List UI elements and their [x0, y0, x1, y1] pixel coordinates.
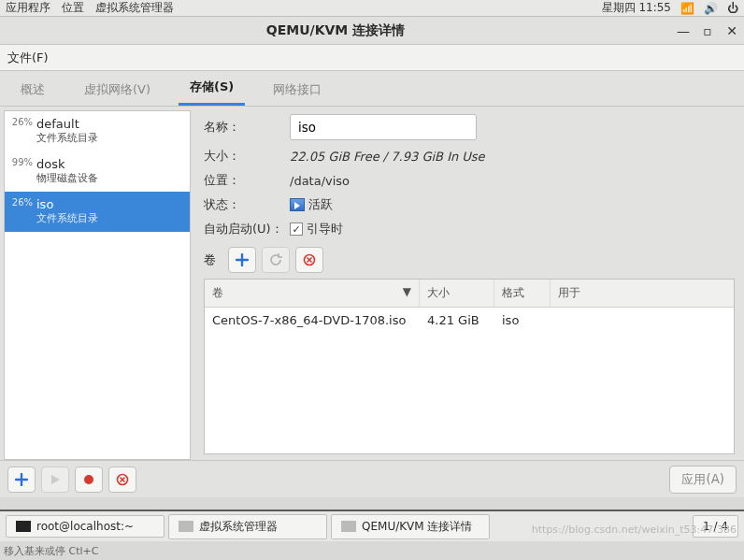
content-area: 26% default 文件系统目录 99% dosk 物理磁盘设备 26% i… — [0, 107, 744, 460]
state-value: 活跃 — [308, 196, 333, 213]
pool-name: default — [36, 117, 98, 131]
cell-used — [551, 308, 734, 333]
pool-type: 文件系统目录 — [36, 131, 98, 145]
delete-volume-button[interactable] — [295, 247, 323, 273]
desktop-panel: 应用程序 位置 虚拟系统管理器 星期四 11:55 📶 🔊 ⏻ — [0, 0, 744, 17]
stop-pool-button[interactable] — [75, 467, 103, 493]
cell-volume: CentOS-7-x86_64-DVD-1708.iso — [205, 308, 420, 333]
maximize-button[interactable]: ▫ — [695, 23, 720, 38]
network-icon[interactable]: 📶 — [680, 2, 694, 15]
add-pool-button[interactable] — [7, 467, 36, 493]
running-icon — [290, 198, 305, 211]
delete-pool-button[interactable] — [108, 467, 136, 493]
label-size: 大小： — [204, 148, 290, 165]
tab-network-interface[interactable]: 网络接口 — [262, 74, 333, 106]
label-location: 位置： — [204, 172, 290, 189]
menubar: 文件(F) — [0, 45, 744, 71]
pool-type: 物理磁盘设备 — [36, 171, 98, 185]
start-pool-button[interactable] — [41, 467, 69, 493]
pool-usage: 26% — [10, 117, 33, 127]
cell-format: iso — [494, 308, 551, 333]
name-input[interactable] — [290, 114, 477, 140]
size-value: 22.05 GiB Free / 7.93 GiB In Use — [290, 150, 485, 164]
tab-virtual-network[interactable]: 虚拟网络(V) — [73, 74, 162, 106]
minimize-button[interactable]: — — [671, 23, 695, 38]
pool-usage: 26% — [10, 197, 33, 208]
close-button[interactable]: ✕ — [720, 23, 744, 38]
volume-icon[interactable]: 🔊 — [704, 2, 718, 15]
places-menu[interactable]: 位置 — [62, 0, 84, 16]
tab-bar: 概述 虚拟网络(V) 存储(S) 网络接口 — [0, 71, 744, 107]
app-title-menu[interactable]: 虚拟系统管理器 — [95, 0, 174, 16]
tab-overview[interactable]: 概述 — [9, 74, 56, 106]
volume-table: 卷 ▼ 大小 格式 用于 CentOS-7-x86_64-DVD-1708.is… — [204, 279, 735, 454]
tab-storage[interactable]: 存储(S) — [179, 71, 245, 106]
pool-item-default[interactable]: 26% default 文件系统目录 — [5, 111, 190, 151]
location-value: /data/viso — [290, 174, 350, 188]
label-autostart: 自动启动(U)： — [204, 221, 290, 237]
apps-menu[interactable]: 应用程序 — [6, 0, 50, 16]
table-header: 卷 ▼ 大小 格式 用于 — [205, 280, 734, 308]
task-terminal[interactable]: root@localhost:~ — [6, 515, 165, 538]
clock: 星期四 11:55 — [602, 0, 671, 16]
col-size[interactable]: 大小 — [420, 280, 494, 307]
cell-size: 4.21 GiB — [420, 308, 494, 333]
svg-point-1 — [84, 475, 93, 484]
autostart-value: 引导时 — [307, 221, 343, 237]
pool-action-bar: 应用(A) — [0, 460, 744, 497]
label-volumes: 卷 — [204, 251, 222, 268]
volume-toolbar: 卷 — [204, 247, 735, 273]
apply-button[interactable]: 应用(A) — [669, 466, 737, 494]
statusline: 移入基来或停 Ctl+C — [4, 544, 98, 558]
autostart-checkbox[interactable] — [290, 223, 303, 236]
task-conn-details[interactable]: QEMU/KVM 连接详情 — [331, 514, 490, 539]
titlebar: QEMU/KVM 连接详情 — ▫ ✕ — [0, 17, 744, 45]
pool-list: 26% default 文件系统目录 99% dosk 物理磁盘设备 26% i… — [4, 110, 191, 460]
pool-type: 文件系统目录 — [36, 211, 98, 225]
terminal-icon — [16, 521, 31, 532]
pool-item-iso[interactable]: 26% iso 文件系统目录 — [5, 192, 190, 232]
col-volume[interactable]: 卷 ▼ — [205, 280, 420, 307]
table-row[interactable]: CentOS-7-x86_64-DVD-1708.iso 4.21 GiB is… — [205, 308, 734, 333]
col-format[interactable]: 格式 — [494, 280, 551, 307]
pool-usage: 99% — [10, 157, 33, 167]
pool-name: iso — [36, 197, 98, 211]
col-used[interactable]: 用于 — [551, 280, 734, 307]
pool-detail: 名称： 大小： 22.05 GiB Free / 7.93 GiB In Use… — [191, 107, 744, 460]
power-icon[interactable]: ⏻ — [727, 2, 738, 15]
menu-file[interactable]: 文件(F) — [7, 50, 49, 66]
pool-item-dosk[interactable]: 99% dosk 物理磁盘设备 — [5, 151, 190, 192]
add-volume-button[interactable] — [228, 247, 256, 273]
label-name: 名称： — [204, 119, 290, 136]
watermark: https://blog.csdn.net/weixin_t53:47:386 — [532, 524, 737, 536]
refresh-volume-button[interactable] — [262, 247, 290, 273]
pool-name: dosk — [36, 157, 98, 171]
task-vmm[interactable]: 虚拟系统管理器 — [168, 514, 327, 539]
vmm-icon — [341, 521, 356, 532]
vmm-icon — [179, 521, 193, 532]
window-title: QEMU/KVM 连接详情 — [0, 22, 671, 39]
label-state: 状态： — [204, 196, 290, 213]
